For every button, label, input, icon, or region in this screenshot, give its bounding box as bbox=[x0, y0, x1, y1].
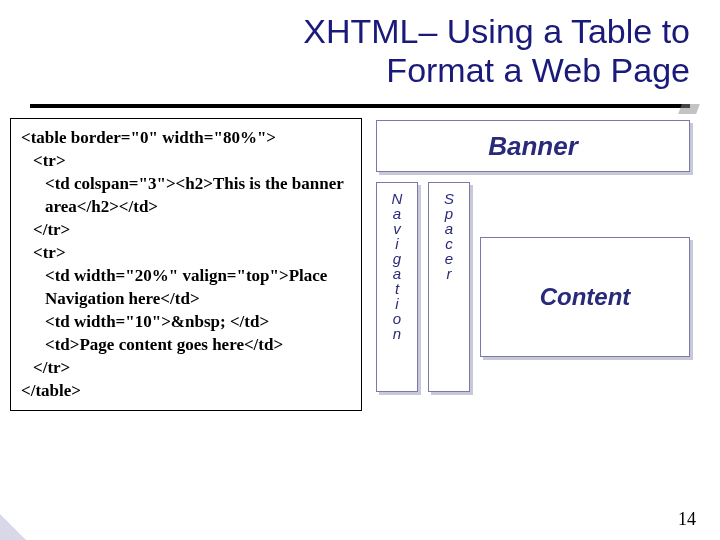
code-line: </table> bbox=[21, 380, 351, 403]
code-line: </tr> bbox=[21, 219, 351, 242]
code-line: <tr> bbox=[21, 242, 351, 265]
code-line: </tr> bbox=[21, 357, 351, 380]
diagram-lower-row: Navigation Spacer Content bbox=[376, 182, 690, 411]
title-underline bbox=[30, 104, 690, 108]
title-line-1: XHTML– Using a Table to bbox=[303, 12, 690, 50]
code-line: <td width="10">&nbsp; </td> bbox=[21, 311, 351, 334]
slide-title-area: XHTML– Using a Table to Format a Web Pag… bbox=[0, 0, 720, 98]
code-line: <td colspan="3"><h2>This is the banner a… bbox=[21, 173, 351, 219]
diagram-spacer-box: Spacer bbox=[428, 182, 470, 392]
code-line: <tr> bbox=[21, 150, 351, 173]
code-sample-box: <table border="0" width="80%"> <tr> <td … bbox=[10, 118, 362, 411]
diagram-content-box: Content bbox=[480, 237, 690, 357]
diagram-banner-box: Banner bbox=[376, 120, 690, 172]
diagram-banner-label: Banner bbox=[488, 131, 578, 162]
code-line: <td width="20%" valign="top">Place Navig… bbox=[21, 265, 351, 311]
diagram-navigation-box: Navigation bbox=[376, 182, 418, 392]
slide-title: XHTML– Using a Table to Format a Web Pag… bbox=[30, 12, 690, 90]
content-row: <table border="0" width="80%"> <tr> <td … bbox=[0, 108, 720, 411]
layout-diagram: Banner Navigation Spacer Content bbox=[376, 118, 690, 411]
code-line: <td>Page content goes here</td> bbox=[21, 334, 351, 357]
corner-fold-icon bbox=[0, 514, 26, 540]
title-line-2: Format a Web Page bbox=[386, 51, 690, 89]
diagram-content-label: Content bbox=[540, 283, 631, 311]
page-number: 14 bbox=[678, 509, 696, 530]
code-line: <table border="0" width="80%"> bbox=[21, 127, 351, 150]
